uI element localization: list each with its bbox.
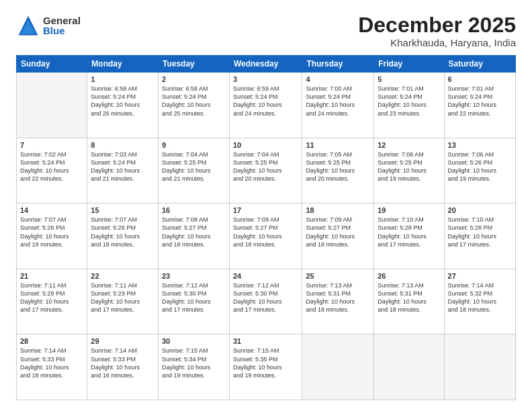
day-cell: 28Sunrise: 7:14 AM Sunset: 5:33 PM Dayli… — [17, 334, 87, 400]
day-number: 4 — [306, 75, 370, 83]
day-number: 29 — [91, 337, 154, 345]
week-row-1: 1Sunrise: 6:58 AM Sunset: 5:24 PM Daylig… — [17, 73, 516, 138]
day-number: 11 — [306, 141, 370, 149]
calendar-table: Sunday Monday Tuesday Wednesday Thursday… — [16, 55, 516, 400]
day-info: Sunrise: 7:14 AM Sunset: 5:33 PM Dayligh… — [20, 347, 83, 379]
day-number: 22 — [91, 272, 154, 280]
day-info: Sunrise: 7:14 AM Sunset: 5:32 PM Dayligh… — [448, 281, 512, 314]
logo-icon — [16, 13, 40, 38]
day-cell: 2Sunrise: 6:58 AM Sunset: 5:24 PM Daylig… — [158, 73, 229, 138]
day-info: Sunrise: 7:11 AM Sunset: 5:29 PM Dayligh… — [91, 281, 154, 314]
day-cell: 3Sunrise: 6:59 AM Sunset: 5:24 PM Daylig… — [229, 73, 302, 138]
day-cell: 6Sunrise: 7:01 AM Sunset: 5:24 PM Daylig… — [444, 73, 515, 138]
day-info: Sunrise: 6:58 AM Sunset: 5:24 PM Dayligh… — [91, 85, 154, 118]
day-info: Sunrise: 7:07 AM Sunset: 5:26 PM Dayligh… — [20, 216, 83, 248]
calendar-title: December 2025 — [358, 13, 516, 37]
day-number: 23 — [162, 272, 226, 280]
day-number: 16 — [162, 206, 226, 214]
day-number: 9 — [162, 141, 226, 149]
day-info: Sunrise: 7:04 AM Sunset: 5:25 PM Dayligh… — [233, 150, 298, 183]
day-info: Sunrise: 7:05 AM Sunset: 5:25 PM Dayligh… — [306, 150, 370, 183]
day-number: 3 — [233, 75, 298, 83]
day-info: Sunrise: 7:12 AM Sunset: 5:30 PM Dayligh… — [233, 281, 298, 314]
day-cell: 22Sunrise: 7:11 AM Sunset: 5:29 PM Dayli… — [87, 269, 159, 334]
day-number: 30 — [162, 337, 226, 345]
day-cell — [302, 334, 374, 400]
day-number: 21 — [20, 272, 83, 280]
day-cell: 9Sunrise: 7:04 AM Sunset: 5:25 PM Daylig… — [158, 138, 229, 203]
day-cell: 17Sunrise: 7:09 AM Sunset: 5:27 PM Dayli… — [229, 203, 302, 269]
page: General Blue December 2025 Kharkhauda, H… — [0, 0, 532, 411]
day-number: 31 — [233, 337, 298, 345]
day-cell: 18Sunrise: 7:09 AM Sunset: 5:27 PM Dayli… — [302, 203, 374, 269]
day-cell: 20Sunrise: 7:10 AM Sunset: 5:28 PM Dayli… — [444, 203, 515, 269]
day-number: 19 — [378, 206, 440, 214]
logo-blue: Blue — [43, 26, 81, 36]
day-info: Sunrise: 7:00 AM Sunset: 5:24 PM Dayligh… — [306, 85, 370, 118]
day-info: Sunrise: 7:07 AM Sunset: 5:26 PM Dayligh… — [91, 216, 154, 248]
day-cell: 30Sunrise: 7:15 AM Sunset: 5:34 PM Dayli… — [158, 334, 229, 400]
day-number: 1 — [91, 75, 154, 83]
day-number: 27 — [448, 272, 512, 280]
day-info: Sunrise: 7:13 AM Sunset: 5:31 PM Dayligh… — [378, 281, 440, 314]
week-row-3: 14Sunrise: 7:07 AM Sunset: 5:26 PM Dayli… — [17, 203, 516, 269]
day-info: Sunrise: 7:13 AM Sunset: 5:31 PM Dayligh… — [306, 281, 370, 314]
day-cell: 25Sunrise: 7:13 AM Sunset: 5:31 PM Dayli… — [302, 269, 374, 334]
day-cell: 5Sunrise: 7:01 AM Sunset: 5:24 PM Daylig… — [374, 73, 444, 138]
calendar-header: Sunday Monday Tuesday Wednesday Thursday… — [17, 56, 516, 73]
title-block: December 2025 Kharkhauda, Haryana, India — [358, 13, 516, 48]
logo-text: General Blue — [43, 15, 81, 36]
col-thursday: Thursday — [302, 56, 374, 73]
day-info: Sunrise: 7:01 AM Sunset: 5:24 PM Dayligh… — [378, 85, 440, 118]
day-number: 25 — [306, 272, 370, 280]
day-cell: 15Sunrise: 7:07 AM Sunset: 5:26 PM Dayli… — [87, 203, 159, 269]
col-saturday: Saturday — [444, 56, 515, 73]
day-cell: 26Sunrise: 7:13 AM Sunset: 5:31 PM Dayli… — [374, 269, 444, 334]
day-info: Sunrise: 6:59 AM Sunset: 5:24 PM Dayligh… — [233, 85, 298, 118]
day-cell: 7Sunrise: 7:02 AM Sunset: 5:24 PM Daylig… — [17, 138, 87, 203]
calendar-subtitle: Kharkhauda, Haryana, India — [358, 37, 516, 48]
col-sunday: Sunday — [17, 56, 87, 73]
col-friday: Friday — [374, 56, 444, 73]
day-info: Sunrise: 7:10 AM Sunset: 5:28 PM Dayligh… — [378, 216, 440, 248]
day-info: Sunrise: 7:10 AM Sunset: 5:28 PM Dayligh… — [448, 216, 512, 248]
day-number: 14 — [20, 206, 83, 214]
day-cell — [17, 73, 87, 138]
day-info: Sunrise: 7:14 AM Sunset: 5:33 PM Dayligh… — [91, 347, 154, 379]
day-number: 28 — [20, 337, 83, 345]
logo-general: General — [43, 15, 81, 26]
day-info: Sunrise: 7:08 AM Sunset: 5:27 PM Dayligh… — [162, 216, 226, 248]
col-tuesday: Tuesday — [158, 56, 229, 73]
col-wednesday: Wednesday — [229, 56, 302, 73]
day-cell — [374, 334, 444, 400]
week-row-4: 21Sunrise: 7:11 AM Sunset: 5:29 PM Dayli… — [17, 269, 516, 334]
day-number: 10 — [233, 141, 298, 149]
day-cell: 24Sunrise: 7:12 AM Sunset: 5:30 PM Dayli… — [229, 269, 302, 334]
header: General Blue December 2025 Kharkhauda, H… — [16, 13, 516, 48]
day-cell — [444, 334, 515, 400]
day-number: 17 — [233, 206, 298, 214]
day-info: Sunrise: 7:15 AM Sunset: 5:34 PM Dayligh… — [162, 347, 226, 379]
day-info: Sunrise: 7:09 AM Sunset: 5:27 PM Dayligh… — [306, 216, 370, 248]
day-cell: 23Sunrise: 7:12 AM Sunset: 5:30 PM Dayli… — [158, 269, 229, 334]
day-number: 18 — [306, 206, 370, 214]
day-cell: 13Sunrise: 7:06 AM Sunset: 5:26 PM Dayli… — [444, 138, 515, 203]
week-row-2: 7Sunrise: 7:02 AM Sunset: 5:24 PM Daylig… — [17, 138, 516, 203]
day-cell: 12Sunrise: 7:06 AM Sunset: 5:25 PM Dayli… — [374, 138, 444, 203]
day-number: 8 — [91, 141, 154, 149]
day-info: Sunrise: 7:15 AM Sunset: 5:35 PM Dayligh… — [233, 347, 298, 379]
day-number: 15 — [91, 206, 154, 214]
day-cell: 8Sunrise: 7:03 AM Sunset: 5:24 PM Daylig… — [87, 138, 159, 203]
day-number: 5 — [378, 75, 440, 83]
col-monday: Monday — [87, 56, 159, 73]
day-cell: 27Sunrise: 7:14 AM Sunset: 5:32 PM Dayli… — [444, 269, 515, 334]
header-row: Sunday Monday Tuesday Wednesday Thursday… — [17, 56, 516, 73]
day-info: Sunrise: 7:06 AM Sunset: 5:25 PM Dayligh… — [378, 150, 440, 183]
day-cell: 14Sunrise: 7:07 AM Sunset: 5:26 PM Dayli… — [17, 203, 87, 269]
logo: General Blue — [16, 13, 81, 38]
day-cell: 11Sunrise: 7:05 AM Sunset: 5:25 PM Dayli… — [302, 138, 374, 203]
day-info: Sunrise: 7:04 AM Sunset: 5:25 PM Dayligh… — [162, 150, 226, 183]
day-info: Sunrise: 7:11 AM Sunset: 5:29 PM Dayligh… — [20, 281, 83, 314]
day-number: 7 — [20, 141, 83, 149]
day-number: 26 — [378, 272, 440, 280]
